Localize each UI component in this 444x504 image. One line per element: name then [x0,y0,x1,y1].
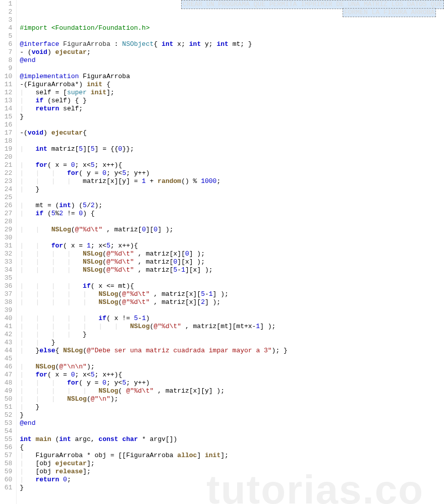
line-number: 22 [0,169,12,177]
code-line: | return 0; [20,476,444,484]
line-number: 41 [0,323,12,331]
line-number: 37 [0,290,12,298]
code-line: | | | | NSLog(@"%d\t" , matriz[0][x] ); [20,258,444,266]
line-number: 43 [0,339,12,347]
line-number: 11 [0,81,12,89]
line-number: 29 [0,226,12,234]
line-number: 50 [0,395,12,403]
line-number: 26 [0,202,12,210]
code-area[interactable]: CREAR UN PROGRAMA QUE PERMITA IMPRIMIR D… [17,0,444,504]
code-line [20,121,444,129]
line-number: 1 [0,0,12,8]
line-number: 12 [0,89,12,97]
line-number: 61 [0,484,12,492]
line-number: 34 [0,266,12,274]
line-number: 27 [0,210,12,218]
code-line: -(FiguraArroba*) init { [20,81,444,89]
code-line: | | | | NSLog(@"%d\t" , matriz[5-1][x] )… [20,266,444,274]
code-line: | self = [super init]; [20,89,444,97]
code-line: | } [20,185,444,194]
code-line: | | | | matriz[x][y] = 1 + random() % 10… [20,177,444,185]
code-line: @interface FiguraArroba : NSObject{ int … [20,40,444,48]
line-number: 3 [0,16,12,24]
code-line: @implementation FiguraArroba [20,73,444,81]
code-line: | if (self) { } [20,97,444,105]
code-line: | | | | | | | NSLog(@"%d\t" , matriz[mt]… [20,323,444,331]
code-line: | | | | | NSLog(@"%d\t" , matriz[x][2] )… [20,298,444,306]
line-number: 49 [0,387,12,395]
code-line: | | | | NSLog(@"%d\t" , matriz[x][0] ); [20,250,444,258]
line-number: 51 [0,403,12,411]
code-line: | | | | | NSLog( @"%d\t" , matriz[x][y] … [20,387,444,395]
code-line: @end [20,56,444,65]
line-number: 15 [0,113,12,121]
code-line: CREAR UN PROGRAMA QUE PERMITA IMPRIMIR D… [20,0,444,8]
code-line [20,16,444,24]
line-number: 28 [0,218,12,226]
line-number: 17 [0,129,12,137]
code-line: | | | | | if( x != 5-1) [20,314,444,323]
code-line: | mt = (int) (5/2); [20,202,444,210]
line-number: 44 [0,347,12,355]
line-number: 7 [0,48,12,56]
code-line: { [20,444,444,452]
line-number: 8 [0,56,12,65]
line-number: 2 [0,8,12,16]
line-number: 5 [0,32,12,40]
line-number: 4 [0,24,12,32]
line-number: 53 [0,419,12,427]
code-line: | if (5%2 != 0) { [20,210,444,218]
line-number: 59 [0,468,12,476]
line-number: 14 [0,105,12,113]
line-number: 9 [0,65,12,73]
code-line: | | } [20,339,444,347]
code-line [20,274,444,282]
code-line: | | | for( y = 0; y<5; y++) [20,169,444,177]
code-line: | | | | } [20,331,444,339]
code-line [20,234,444,242]
line-number-gutter: 1234567891011121314151617181920212223242… [0,0,17,504]
code-editor[interactable]: 1234567891011121314151617181920212223242… [0,0,444,504]
line-number: 21 [0,161,12,169]
code-line: } [20,484,444,492]
code-line [20,65,444,73]
code-line: | | for( x = 1; x<5; x++){ [20,242,444,250]
code-line: | | | for( y = 0; y<5; y++) [20,379,444,387]
line-number: 38 [0,298,12,306]
code-line: | | | | | NSLog(@"%d\t" , matriz[x][5-1]… [20,290,444,298]
line-number: 32 [0,250,12,258]
code-line: } [20,411,444,419]
line-number: 55 [0,435,12,444]
line-number: 36 [0,282,12,290]
code-line: @end [20,419,444,427]
line-number: 39 [0,306,12,314]
line-number: 30 [0,234,12,242]
line-number: 56 [0,444,12,452]
code-line: | | | | if( x <= mt){ [20,282,444,290]
code-line [20,218,444,226]
line-number: 40 [0,314,12,323]
code-line [20,153,444,161]
code-line [20,427,444,435]
line-number: 48 [0,379,12,387]
line-number: 46 [0,363,12,371]
code-line: } [20,113,444,121]
line-number: 10 [0,73,12,81]
line-number: 6 [0,40,12,48]
code-line: - (void) ejecutar; [20,48,444,56]
line-number: 18 [0,137,12,145]
line-number: 24 [0,185,12,194]
code-line [20,194,444,202]
code-line [20,137,444,145]
comment-text-2: FORMEN LA FIGURA ARROBA [344,9,434,16]
code-line: | [obj ejecutar]; [20,460,444,468]
code-line: | return self; [20,105,444,113]
line-number: 57 [0,452,12,460]
code-line: | int matriz[5][5] = {{0}}; [20,145,444,153]
code-line: #import <Foundation/Foundation.h> [20,24,444,32]
code-line: | | NSLog(@"%d\t" , matriz[0][0] ); [20,226,444,234]
code-line: | for( x = 0; x<5; x++){ [20,371,444,379]
code-line: | [obj release]; [20,468,444,476]
line-number: 47 [0,371,12,379]
line-number: 35 [0,274,12,282]
